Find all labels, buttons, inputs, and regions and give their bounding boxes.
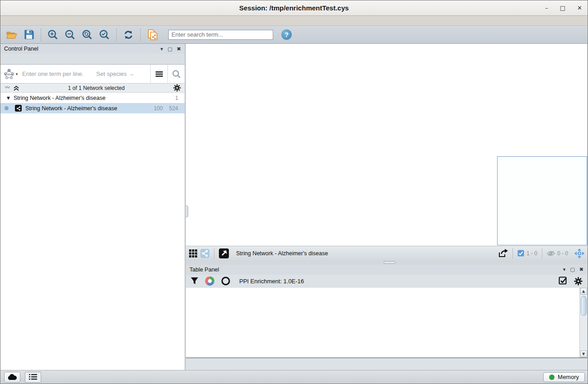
network-node-count: 100 [154,105,163,112]
status-bar: Memory [0,370,588,384]
table-vertical-scrollbar[interactable]: ▲ ▼ [579,288,587,357]
expand-all-icon[interactable] [13,85,19,91]
panel-menu-icon[interactable]: ▾ [161,46,163,52]
table-panel: Table Panel ▾ ▢ ✖ PPI Enr [186,265,587,371]
list-icon [29,374,37,380]
network-canvas[interactable] [186,44,587,246]
select-columns-icon[interactable] [559,276,568,286]
panel-float-icon[interactable]: ▢ [570,267,574,272]
zoom-in-button[interactable] [45,28,61,42]
export-network-icon[interactable] [498,249,508,258]
chart-donut-icon[interactable] [205,276,215,286]
close-button[interactable]: ✕ [577,5,582,11]
svg-text:STRING: STRING [5,73,14,75]
toolbar-separator [214,248,214,259]
table-panel-title: Table Panel [190,267,219,273]
hidden-count-indicator: 0 - 0 [547,250,568,257]
network-tree: ▼ String Network - Alzheimer's disease 1… [0,93,185,113]
main-toolbar: ? [0,26,588,44]
network-and-table-column: String Network - Alzheimer's disease 1 -… [186,44,587,371]
selection-count-label: 1 of 1 Network selected [19,85,173,91]
open-folder-icon [6,30,17,39]
toolbar-separator [140,28,141,41]
table-tabs [186,357,587,371]
set-species-label[interactable]: Set species → [96,70,150,77]
hamburger-icon [155,71,163,77]
question-mark-icon: ? [285,31,289,38]
selected-count-indicator: 1 - 0 [517,250,537,257]
save-icon [24,30,34,39]
table-panel-header: Table Panel ▾ ▢ ✖ [186,265,587,275]
scroll-down-arrow[interactable]: ▼ [580,351,587,357]
selected-checkbox-icon [517,250,524,257]
zoom-fit-icon [82,29,93,40]
birdseye-view[interactable] [497,156,587,245]
enrichment-table [186,288,579,357]
panel-splitter-grip[interactable] [186,206,188,217]
refresh-button[interactable] [121,28,136,42]
maximize-button[interactable]: □ [560,5,565,11]
toolbar-separator [41,28,41,41]
string-logo-icon[interactable]: STRING ▾ [0,68,20,80]
panel-menu-icon[interactable]: ▾ [563,267,566,272]
help-button[interactable]: ? [281,29,292,40]
task-history-button[interactable] [4,372,20,383]
navigator-icon[interactable] [574,248,584,258]
current-network-dot [5,106,9,110]
horizontal-splitter[interactable] [186,260,587,265]
filter-icon[interactable] [190,277,199,285]
zoom-fit-button[interactable] [80,28,95,42]
string-app-icon [15,105,22,112]
network-title-label: String Network - Alzheimer's disease [236,250,495,257]
scrollbar-thumb[interactable] [581,296,587,316]
panel-close-icon[interactable]: ✖ [177,46,181,52]
selected-count-label: 1 - 0 [526,250,537,257]
zoom-out-icon [65,29,76,40]
string-network-glyph: STRING [3,68,15,80]
panel-close-icon[interactable]: ✖ [579,267,583,272]
minimize-button[interactable]: – [545,5,548,11]
zoom-in-icon [47,29,58,40]
control-panel: Control Panel ▾ ▢ ✖ STR [0,44,186,371]
string-options-button[interactable] [150,65,167,84]
settings-gear-icon[interactable] [574,277,583,286]
gear-icon[interactable] [173,84,181,92]
splitter-grip[interactable] [384,261,395,264]
network-collection-row[interactable]: ▼ String Network - Alzheimer's disease 1 [0,93,185,103]
ppi-enrichment-label: PPI Enrichment: 1.0E-16 [239,278,552,285]
share-view-icon[interactable] [200,249,209,258]
save-session-button[interactable] [21,28,37,42]
open-session-button[interactable] [4,28,19,42]
enrichment-toolbar: PPI Enrichment: 1.0E-16 [186,275,587,288]
memory-status-dot [549,375,555,380]
collapse-all-icon[interactable] [4,85,10,91]
grid-mode-icon[interactable] [189,249,198,258]
tree-expander-icon[interactable]: ▼ [7,96,10,100]
toolbar-separator [512,248,513,259]
zoom-out-button[interactable] [62,28,78,42]
string-search-button[interactable] [167,65,185,84]
task-list-button[interactable] [25,372,41,383]
string-query-placeholder[interactable]: Enter one term per line. [22,70,84,77]
zoom-selected-icon [99,29,110,40]
network-selection-bar: 1 of 1 Network selected [0,84,185,93]
open-in-window-icon[interactable] [219,248,229,258]
string-query-bar: STRING ▾ Enter one term per line. Set sp… [0,65,185,84]
toolbar-separator [542,248,542,259]
control-panel-header: Control Panel ▾ ▢ ✖ [0,44,185,54]
import-network-button[interactable] [145,28,160,42]
zoom-selected-button[interactable] [97,28,112,42]
panel-float-icon[interactable]: ▢ [167,46,172,52]
search-input[interactable] [168,30,273,40]
network-row[interactable]: String Network - Alzheimer's disease 100… [0,103,185,113]
enrichment-table-body: ▲ ▼ [186,288,587,357]
collection-count: 1 [175,95,178,101]
memory-button[interactable]: Memory [543,372,585,382]
scroll-up-arrow[interactable]: ▲ [580,288,587,295]
remove-chart-icon[interactable] [221,276,230,286]
hidden-count-label: 0 - 0 [557,250,568,257]
cloud-icon [8,374,17,380]
menu-bar [0,16,588,26]
collection-name: String Network - Alzheimer's disease [14,95,105,101]
network-name: String Network - Alzheimer's disease [25,105,117,112]
